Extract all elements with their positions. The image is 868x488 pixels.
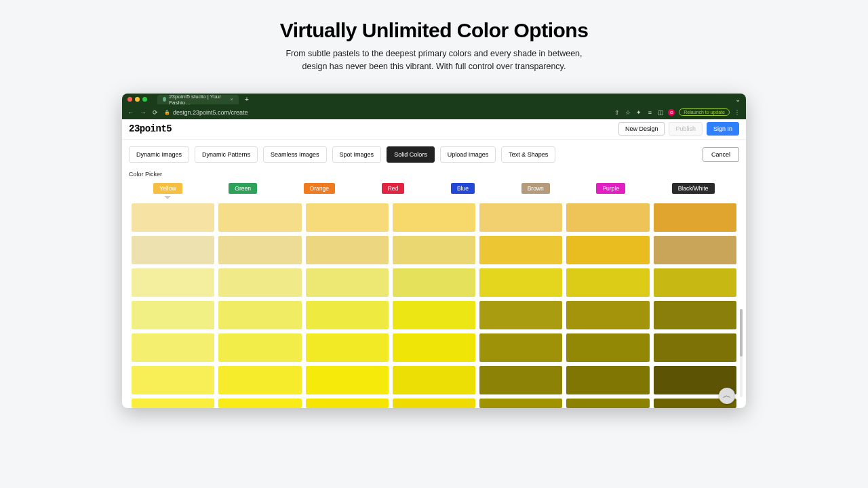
browser-tabbar: 23point5 studio | Your Fashio… × + ⌄: [122, 94, 746, 106]
url-text: design.23point5.com/create: [173, 109, 248, 116]
close-window-icon[interactable]: [127, 97, 132, 102]
color-swatch[interactable]: [654, 333, 736, 362]
color-swatch[interactable]: [218, 399, 301, 408]
category-blue[interactable]: Blue: [451, 183, 475, 194]
forward-button[interactable]: →: [140, 109, 146, 116]
color-swatch[interactable]: [393, 333, 475, 362]
color-swatch[interactable]: [306, 399, 389, 408]
color-swatch[interactable]: [566, 301, 649, 329]
category-purple[interactable]: Purple: [596, 183, 625, 194]
reload-button[interactable]: ⟳: [152, 109, 159, 116]
color-swatch[interactable]: [132, 203, 214, 232]
color-swatch[interactable]: [218, 366, 301, 394]
color-swatch[interactable]: [566, 268, 649, 297]
tab-title: 23point5 studio | Your Fashio…: [169, 94, 224, 106]
browser-menu-icon[interactable]: ⋮: [734, 108, 741, 116]
window-controls: [127, 97, 147, 102]
color-swatch[interactable]: [306, 203, 389, 232]
color-swatch[interactable]: [132, 366, 214, 394]
panel-icon[interactable]: ◫: [657, 109, 664, 116]
color-swatch[interactable]: [218, 203, 301, 232]
color-swatch[interactable]: [479, 366, 562, 394]
color-swatch[interactable]: [306, 333, 389, 362]
color-swatch[interactable]: [218, 301, 301, 329]
reading-list-icon[interactable]: ≡: [646, 109, 653, 116]
color-swatch[interactable]: [306, 301, 389, 329]
color-swatch[interactable]: [132, 268, 214, 297]
new-tab-button[interactable]: +: [245, 96, 249, 103]
minimize-window-icon[interactable]: [135, 97, 140, 102]
app-logo[interactable]: 23point5: [129, 123, 172, 134]
new-design-button[interactable]: New Design: [618, 122, 665, 136]
color-swatch[interactable]: [393, 399, 475, 408]
color-swatch[interactable]: [218, 236, 301, 264]
tab-dynamic-patterns[interactable]: Dynamic Patterns: [195, 146, 258, 163]
color-swatch[interactable]: [566, 203, 649, 232]
share-icon[interactable]: ⇧: [614, 109, 620, 116]
tab-upload-images[interactable]: Upload Images: [440, 146, 496, 163]
profile-avatar[interactable]: G: [668, 109, 675, 116]
browser-window: 23point5 studio | Your Fashio… × + ⌄ ← →…: [122, 94, 746, 408]
color-swatch[interactable]: [393, 366, 475, 394]
scrollbar-thumb[interactable]: [740, 309, 743, 357]
color-picker-label: Color Picker: [122, 163, 746, 180]
category-green[interactable]: Green: [229, 183, 257, 194]
bookmark-icon[interactable]: ☆: [625, 109, 631, 116]
cancel-button[interactable]: Cancel: [703, 147, 739, 162]
lock-icon: 🔒: [164, 110, 170, 115]
color-swatch[interactable]: [306, 236, 389, 264]
close-tab-icon[interactable]: ×: [230, 96, 233, 102]
color-swatch[interactable]: [393, 268, 475, 297]
color-swatch[interactable]: [132, 236, 214, 264]
color-swatch[interactable]: [218, 268, 301, 297]
color-swatch[interactable]: [479, 236, 562, 264]
scrollbar[interactable]: [740, 309, 743, 397]
maximize-window-icon[interactable]: [142, 97, 147, 102]
relaunch-button[interactable]: Relaunch to update: [679, 108, 730, 116]
color-swatch[interactable]: [479, 203, 562, 232]
color-swatch[interactable]: [479, 301, 562, 329]
color-swatch[interactable]: [654, 203, 736, 232]
tab-dynamic-images[interactable]: Dynamic Images: [129, 146, 189, 163]
back-button[interactable]: ←: [127, 109, 134, 116]
color-categories: YellowGreenOrangeRedBlueBrownPurpleBlack…: [122, 180, 746, 199]
color-swatch[interactable]: [218, 333, 301, 362]
color-swatch[interactable]: [566, 366, 649, 394]
color-swatch[interactable]: [393, 236, 475, 264]
color-swatch[interactable]: [132, 399, 214, 408]
extensions-icon[interactable]: ✦: [635, 109, 642, 116]
color-swatch[interactable]: [306, 268, 389, 297]
color-swatch[interactable]: [393, 203, 475, 232]
category-yellow[interactable]: Yellow: [153, 183, 182, 194]
color-swatch[interactable]: [566, 236, 649, 264]
color-swatch[interactable]: [393, 301, 475, 329]
color-swatch[interactable]: [654, 236, 736, 264]
color-swatch[interactable]: [132, 301, 214, 329]
color-swatch[interactable]: [479, 399, 562, 408]
color-swatch[interactable]: [654, 268, 736, 297]
color-swatch[interactable]: [132, 333, 214, 362]
category-red[interactable]: Red: [382, 183, 405, 194]
tab-seamless-images[interactable]: Seamless Images: [263, 146, 327, 163]
app-header: 23point5 New Design Publish Sign In: [122, 119, 746, 140]
tab-text-shapes[interactable]: Text & Shapes: [501, 146, 555, 163]
color-swatch[interactable]: [306, 366, 389, 394]
scroll-top-button[interactable]: ︿: [719, 388, 735, 404]
color-swatch[interactable]: [566, 399, 649, 408]
url-field[interactable]: 🔒 design.23point5.com/create: [164, 109, 248, 116]
tab-solid-colors[interactable]: Solid Colors: [387, 146, 435, 163]
browser-tab[interactable]: 23point5 studio | Your Fashio… ×: [157, 95, 239, 104]
category-black-white[interactable]: Black/White: [672, 183, 715, 194]
tab-spot-images[interactable]: Spot Images: [332, 146, 382, 163]
color-swatch[interactable]: [479, 333, 562, 362]
sign-in-button[interactable]: Sign In: [707, 122, 739, 136]
favicon-icon: [163, 97, 166, 102]
color-swatch[interactable]: [566, 333, 649, 362]
tabbar-chevron-icon[interactable]: ⌄: [735, 96, 741, 103]
color-swatch[interactable]: [479, 268, 562, 297]
color-swatch[interactable]: [654, 301, 736, 329]
toolbar: Dynamic ImagesDynamic PatternsSeamless I…: [122, 140, 746, 163]
category-orange[interactable]: Orange: [304, 183, 335, 194]
category-brown[interactable]: Brown: [521, 183, 550, 194]
active-category-arrow-icon: [164, 196, 171, 199]
